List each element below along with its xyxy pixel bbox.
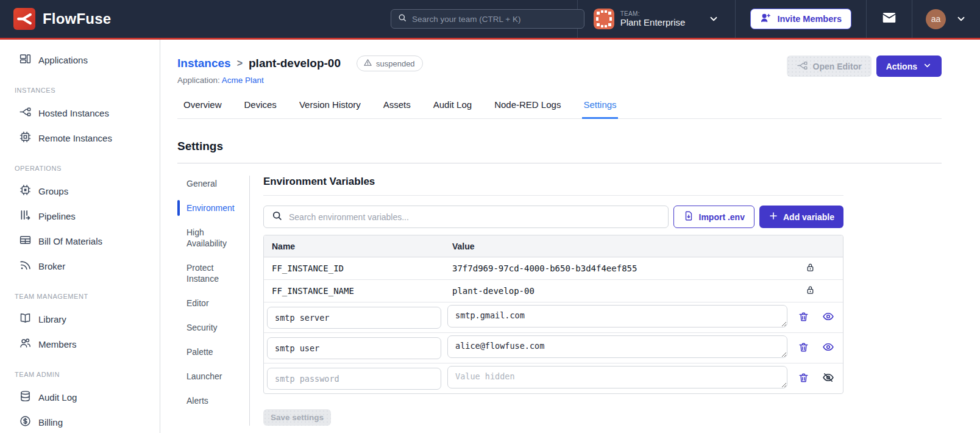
- table-cells-icon: [19, 234, 32, 248]
- sidebar: Applications INSTANCES Hosted Instances …: [0, 40, 160, 433]
- env-value-input[interactable]: [447, 366, 787, 388]
- env-name-input[interactable]: [267, 307, 441, 329]
- sidebar-item-remote-instances[interactable]: Remote Instances: [0, 126, 160, 149]
- sidebar-item-applications[interactable]: Applications: [0, 48, 160, 71]
- eye-icon: [822, 310, 834, 324]
- breadcrumb-separator: >: [237, 58, 243, 69]
- groups-icon: [19, 184, 32, 198]
- hosted-instances-icon: [19, 106, 32, 120]
- application-link[interactable]: Acme Plant: [222, 76, 264, 85]
- env-value: plant-develop-00: [444, 286, 790, 296]
- sidebar-item-groups[interactable]: Groups: [0, 179, 160, 202]
- settings-nav-alerts[interactable]: Alerts: [186, 395, 243, 406]
- team-avatar: [594, 9, 614, 29]
- table-header: Name Value: [264, 235, 843, 257]
- invite-members-button[interactable]: Invite Members: [750, 9, 851, 29]
- avatar: aa: [926, 9, 946, 29]
- tab-assets[interactable]: Assets: [382, 99, 412, 119]
- tab-settings[interactable]: Settings: [582, 99, 617, 119]
- main-content: Instances > plant-develop-00 suspended A…: [160, 40, 980, 433]
- breadcrumb: Instances > plant-develop-00 suspended: [177, 55, 423, 71]
- instance-tabs: Overview Devices Version History Assets …: [177, 99, 942, 119]
- currency-dollar-icon: [19, 415, 32, 429]
- sidebar-item-hosted-instances[interactable]: Hosted Instances: [0, 101, 160, 124]
- trash-icon: [798, 311, 809, 324]
- table-row: alice@flowfuse.com: [264, 333, 843, 363]
- brand-name: FlowFuse: [43, 10, 111, 27]
- sidebar-heading-team-admin: TEAM ADMIN: [0, 371, 160, 378]
- settings-nav-editor[interactable]: Editor: [186, 298, 243, 309]
- document-download-icon: [683, 210, 694, 223]
- search-icon: [271, 210, 283, 224]
- env-search-input[interactable]: [289, 212, 661, 222]
- pipelines-icon: [19, 209, 32, 223]
- settings-nav-general[interactable]: General: [186, 178, 243, 189]
- env-name: FF_INSTANCE_NAME: [264, 286, 444, 296]
- env-name: FF_INSTANCE_ID: [264, 263, 444, 273]
- team-search-input[interactable]: [412, 15, 578, 24]
- import-env-button[interactable]: Import .env: [673, 206, 755, 228]
- sidebar-item-pipelines[interactable]: Pipelines: [0, 204, 160, 227]
- delete-variable-button[interactable]: [798, 342, 809, 355]
- tab-audit-log[interactable]: Audit Log: [432, 99, 473, 119]
- settings-nav-palette[interactable]: Palette: [186, 346, 243, 357]
- sidebar-heading-instances: INSTANCES: [0, 87, 160, 94]
- table-row: FF_INSTANCE_NAME plant-develop-00: [264, 280, 843, 302]
- editor-fork-icon: [797, 60, 808, 73]
- sidebar-item-audit-log[interactable]: Audit Log: [0, 385, 160, 409]
- env-variables-table: Name Value FF_INSTANCE_ID 37f7d969-97cd-…: [263, 235, 843, 394]
- table-row: FF_INSTANCE_ID 37f7d969-97cd-4000-b650-b…: [264, 257, 843, 280]
- eye-icon: [822, 341, 834, 355]
- settings-nav-environment[interactable]: Environment: [186, 202, 243, 213]
- delete-variable-button[interactable]: [798, 372, 809, 385]
- env-name-input[interactable]: [267, 337, 441, 359]
- sidebar-heading-operations: OPERATIONS: [0, 165, 160, 172]
- cpu-chip-icon: [19, 131, 32, 145]
- env-value-input[interactable]: alice@flowfuse.com: [447, 335, 787, 358]
- delete-variable-button[interactable]: [798, 311, 809, 324]
- brand[interactable]: FlowFuse: [0, 8, 111, 30]
- tab-overview[interactable]: Overview: [182, 99, 223, 119]
- settings-nav-launcher[interactable]: Launcher: [186, 371, 243, 382]
- applications-icon: [19, 52, 32, 67]
- team-search[interactable]: [391, 9, 584, 29]
- plus-icon: [769, 211, 778, 223]
- lock-icon: [805, 262, 815, 274]
- chevron-down-icon[interactable]: [956, 13, 967, 24]
- env-search[interactable]: [263, 206, 669, 228]
- chevron-down-icon[interactable]: [708, 13, 719, 24]
- tab-devices[interactable]: Devices: [243, 99, 278, 119]
- signal-icon: [19, 259, 32, 273]
- add-variable-button[interactable]: Add variable: [759, 206, 843, 228]
- sidebar-item-broker[interactable]: Broker: [0, 254, 160, 277]
- open-editor-button[interactable]: Open Editor: [787, 55, 872, 77]
- sidebar-item-library[interactable]: Library: [0, 307, 160, 331]
- tab-version-history[interactable]: Version History: [298, 99, 362, 119]
- save-settings-button[interactable]: Save settings: [263, 409, 331, 426]
- show-value-button[interactable]: [822, 341, 834, 355]
- settings-nav-high-availability[interactable]: High Availability: [186, 227, 243, 249]
- team-label: TEAM:: [620, 10, 686, 18]
- sidebar-item-members[interactable]: Members: [0, 332, 160, 356]
- panel-title: Environment Variables: [263, 176, 843, 196]
- notifications-button[interactable]: [867, 0, 912, 38]
- hide-value-button[interactable]: [822, 371, 834, 385]
- env-name-input[interactable]: [267, 368, 441, 390]
- settings-nav-security[interactable]: Security: [186, 322, 243, 333]
- top-navbar: FlowFuse TEAM: Plan: [0, 0, 980, 38]
- mail-icon: [881, 10, 897, 28]
- settings-nav-protect-instance[interactable]: Protect Instance: [186, 262, 243, 284]
- breadcrumb-instances-link[interactable]: Instances: [177, 57, 231, 70]
- team-selector[interactable]: TEAM: Plant Enterprise: [578, 0, 736, 38]
- chevron-down-icon: [923, 61, 932, 72]
- tab-node-red-logs[interactable]: Node-RED Logs: [493, 99, 562, 119]
- env-value-input[interactable]: smtp.gmail.com: [447, 305, 787, 327]
- database-icon: [19, 390, 32, 404]
- show-value-button[interactable]: [822, 310, 834, 324]
- environment-panel: Environment Variables: [263, 176, 843, 426]
- settings-divider: [177, 163, 942, 163]
- user-menu[interactable]: aa: [912, 0, 980, 38]
- sidebar-item-bill-of-materials[interactable]: Bill Of Materials: [0, 229, 160, 252]
- actions-button[interactable]: Actions: [876, 55, 942, 77]
- sidebar-item-billing[interactable]: Billing: [0, 410, 160, 433]
